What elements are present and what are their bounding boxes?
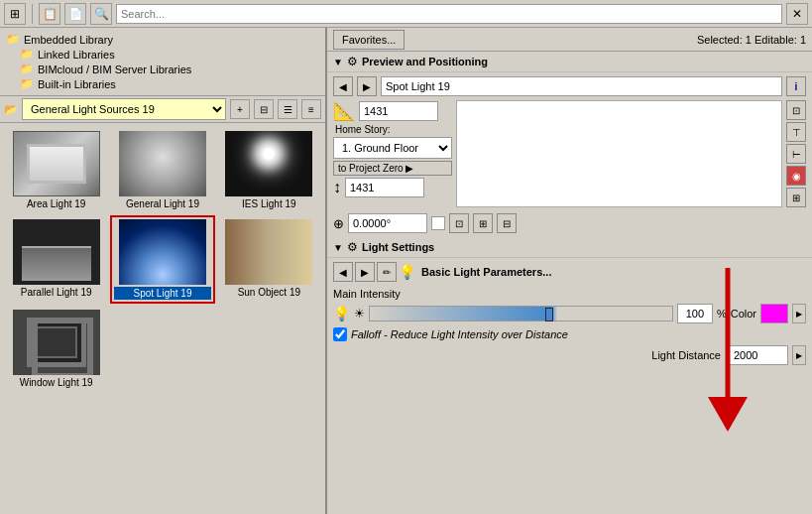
search-btn[interactable]: 🔍 — [90, 3, 112, 25]
bulb-icon: 💡 — [399, 264, 415, 280]
view-icon-3[interactable]: ⊟ — [497, 213, 517, 233]
dropdown-bar: 📂 General Light Sources 19 + ⊟ ☰ ≡ — [0, 96, 325, 123]
list-item[interactable]: Area Light 19 — [4, 127, 108, 213]
top-toolbar: ⊞ 📋 📄 🔍 ✕ — [0, 0, 812, 28]
collapse-preview-arrow[interactable]: ▼ — [333, 57, 343, 67]
lock-checkbox[interactable] — [431, 216, 445, 230]
view-frame-btn[interactable]: ⊞ — [786, 188, 806, 207]
preview-section: ◀ ▶ Spot Light 19 i 📐 1431 Home Story: — [327, 72, 812, 237]
prev-btn[interactable]: ◀ — [333, 76, 353, 96]
view-top-btn[interactable]: ⊤ — [786, 122, 806, 142]
param-edit-btn[interactable]: ✏ — [377, 262, 397, 282]
tree-btn[interactable]: 📋 — [39, 3, 60, 25]
falloff-row: Falloff - Reduce Light Intensity over Di… — [333, 325, 806, 343]
light-settings-header: ▼ ⚙ Light Settings — [327, 237, 812, 258]
light-item-label: Parallel Light 19 — [21, 287, 92, 298]
elevation-row: ↕ 1431 — [333, 178, 452, 197]
preview-section-header: ▼ ⚙ Preview and Positioning — [327, 52, 812, 72]
favorites-button[interactable]: Favorites... — [333, 30, 405, 50]
home-story-select[interactable]: 1. Ground Floor — [333, 137, 452, 159]
tree-item-builtin[interactable]: 📁 Built-in Libraries — [4, 76, 321, 91]
light-settings-title: Light Settings — [362, 241, 434, 253]
folder-icon: 📁 — [20, 63, 34, 75]
tree-item-label: Built-in Libraries — [38, 78, 116, 90]
next-btn[interactable]: ▶ — [357, 76, 377, 96]
distance-row: Light Distance 2000 ▶ — [333, 343, 806, 367]
thumbnail-general-light — [119, 131, 206, 196]
thumbnail-parallel-light — [13, 219, 100, 285]
list-item[interactable]: General Light 19 — [110, 127, 214, 213]
right-topbar: Favorites... Selected: 1 Editable: 1 — [327, 28, 812, 52]
height-row: 📐 1431 — [333, 100, 438, 122]
tree-item-bimcloud[interactable]: 📁 BIMcloud / BIM Server Libraries — [4, 62, 321, 76]
list-item[interactable]: Window Light 19 — [4, 306, 108, 392]
grid-view-btn[interactable]: ⊟ — [254, 99, 274, 119]
view-3d-btn[interactable]: ⊡ — [786, 100, 806, 120]
to-project-zero-btn[interactable]: to Project Zero ▶ — [333, 161, 452, 176]
intensity-row: Main Intensity — [333, 286, 806, 302]
bulb-icon-small: 💡 — [333, 306, 350, 321]
thumbnail-sun-object — [225, 219, 312, 285]
color-expand-btn[interactable]: ▶ — [792, 304, 806, 323]
list-view-btn[interactable]: ☰ — [278, 99, 297, 119]
thumbnail-area-light — [13, 131, 100, 196]
home-story-label: Home Story: — [335, 124, 452, 135]
param-nav: ◀ ▶ ✏ 💡 Basic Light Parameters... — [333, 262, 806, 282]
detail-view-btn[interactable]: ≡ — [301, 99, 321, 119]
grid-btn[interactable]: ⊞ — [4, 3, 26, 25]
story-select-row: 1. Ground Floor — [333, 137, 452, 159]
elevation-icon: ↕ — [333, 179, 341, 196]
search-input[interactable] — [116, 4, 782, 24]
light-item-label: Spot Light 19 — [114, 287, 210, 300]
info-button[interactable]: i — [786, 76, 806, 96]
to-project-label: to Project Zero — [338, 163, 404, 174]
elevation-input[interactable]: 1431 — [345, 178, 424, 197]
story-controls: Home Story: 1. Ground Floor to Project Z… — [333, 124, 452, 197]
library-tree: 📁 Embedded Library 📁 Linked Libraries 📁 … — [0, 28, 325, 96]
list-item[interactable]: IES Light 19 — [217, 127, 321, 213]
param-next-btn[interactable]: ▶ — [355, 262, 375, 282]
distance-input[interactable]: 2000 — [729, 345, 788, 365]
list-btn[interactable]: 📄 — [64, 3, 86, 25]
light-name-input[interactable]: Spot Light 19 — [381, 76, 782, 96]
sync-btn[interactable]: ◉ — [786, 166, 806, 186]
view-side-btn[interactable]: ⊢ — [786, 144, 806, 164]
color-picker-button[interactable] — [760, 304, 788, 323]
param-label: Basic Light Parameters... — [417, 264, 806, 280]
view-icon-1[interactable]: ⊡ — [449, 213, 469, 233]
thumbnail-spot-light — [119, 219, 206, 285]
selected-info: Selected: 1 Editable: 1 — [697, 34, 806, 46]
divider — [32, 4, 33, 24]
close-search-btn[interactable]: ✕ — [786, 3, 808, 25]
main-layout: 📁 Embedded Library 📁 Linked Libraries 📁 … — [0, 28, 812, 514]
list-item[interactable]: Parallel Light 19 — [4, 215, 108, 304]
left-panel: 📁 Embedded Library 📁 Linked Libraries 📁 … — [0, 28, 327, 514]
height-icon: 📐 — [333, 100, 355, 122]
light-item-label: Window Light 19 — [20, 377, 93, 388]
library-dropdown[interactable]: General Light Sources 19 — [22, 98, 226, 120]
color-label: Color — [731, 308, 756, 320]
param-prev-btn[interactable]: ◀ — [333, 262, 353, 282]
falloff-checkbox[interactable] — [333, 327, 347, 341]
distance-expand-btn[interactable]: ▶ — [792, 345, 806, 365]
view-icon-2[interactable]: ⊞ — [473, 213, 493, 233]
add-btn[interactable]: + — [230, 99, 250, 119]
tree-item-linked[interactable]: 📁 Linked Libraries — [4, 47, 321, 62]
collapse-settings-arrow[interactable]: ▼ — [333, 242, 343, 253]
height-input[interactable]: 1431 — [359, 101, 438, 121]
angle-input[interactable]: 0.0000° — [348, 213, 427, 233]
tree-item-embedded[interactable]: 📁 Embedded Library — [4, 32, 321, 47]
preview-canvas — [456, 100, 782, 207]
intensity-slider[interactable] — [369, 306, 673, 321]
slider-thumb[interactable] — [545, 308, 553, 321]
list-item[interactable]: Spot Light 19 — [110, 215, 214, 304]
percent-label: % — [717, 308, 727, 320]
list-item[interactable]: Sun Object 19 — [217, 215, 321, 304]
tree-item-label: Linked Libraries — [38, 49, 115, 61]
intensity-value-input[interactable]: 100 — [677, 304, 713, 323]
thumbnail-window-light — [13, 310, 100, 375]
light-item-label: General Light 19 — [126, 198, 199, 209]
light-settings-icon: ⚙ — [347, 240, 358, 254]
sun-icon-small: ☀ — [354, 307, 365, 321]
folder-icon: 📁 — [20, 48, 34, 61]
